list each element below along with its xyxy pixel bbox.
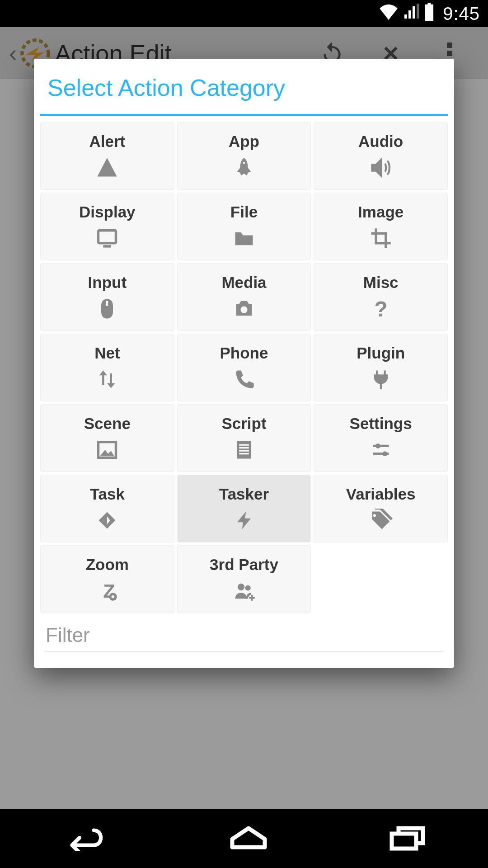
category-display[interactable]: Display [40, 193, 174, 260]
category-scene[interactable]: Scene [40, 404, 174, 472]
category-input[interactable]: Input [40, 263, 174, 331]
category-variables[interactable]: Variables [314, 475, 448, 542]
category-phone[interactable]: Phone [177, 334, 311, 401]
category-zoom[interactable]: Zoom [40, 545, 174, 613]
bolt-icon [232, 509, 256, 532]
category-label: Variables [346, 485, 416, 503]
nav-recent-icon[interactable] [388, 824, 428, 853]
category-net[interactable]: Net [40, 334, 174, 401]
category-label: Phone [220, 344, 268, 362]
group-icon [232, 579, 256, 603]
category-label: Audio [358, 132, 403, 151]
category-grid: AlertAppAudioDisplayFileImageInputMediaM… [34, 116, 454, 619]
category-file[interactable]: File [177, 193, 311, 260]
category-audio[interactable]: Audio [314, 122, 448, 190]
question-icon [369, 297, 393, 321]
picture-icon [95, 438, 119, 462]
category-label: Alert [89, 132, 125, 151]
dialog-title: Select Action Category [34, 59, 454, 114]
category-settings[interactable]: Settings [314, 404, 448, 472]
category-alert[interactable]: Alert [40, 122, 174, 190]
diamond-icon [95, 509, 119, 532]
filter-input[interactable] [45, 622, 443, 651]
system-nav-bar [0, 809, 488, 868]
category-label: Net [94, 344, 120, 362]
crop-icon [369, 226, 393, 250]
monitor-icon [95, 226, 119, 250]
category-label: Image [358, 203, 404, 221]
category-script[interactable]: Script [177, 404, 311, 472]
category-label: 3rd Party [210, 556, 278, 574]
category-label: Zoom [86, 556, 129, 574]
plug-icon [369, 368, 393, 391]
camera-icon [232, 297, 256, 321]
category-label: Scene [84, 415, 131, 433]
category-misc[interactable]: Misc [314, 263, 448, 331]
category-label: App [229, 132, 259, 151]
wifi-icon [379, 4, 399, 24]
battery-icon [424, 3, 435, 25]
category-label: Display [79, 203, 136, 221]
signal-icon [403, 4, 419, 24]
select-action-category-dialog: Select Action Category AlertAppAudioDisp… [34, 59, 454, 668]
category-media[interactable]: Media [177, 263, 311, 331]
tag-icon [369, 509, 393, 532]
category-tasker[interactable]: Tasker [177, 475, 311, 542]
phone-icon [232, 368, 256, 391]
folder-icon [232, 226, 256, 250]
updown-icon [95, 368, 119, 391]
rocket-icon [232, 156, 256, 179]
nav-home-icon[interactable] [228, 824, 269, 853]
category-3rd-party[interactable]: 3rd Party [177, 545, 311, 613]
status-clock: 9:45 [443, 4, 480, 24]
speaker-icon [369, 156, 393, 179]
category-task[interactable]: Task [40, 475, 174, 542]
category-plugin[interactable]: Plugin [314, 334, 448, 401]
category-image[interactable]: Image [314, 193, 448, 260]
category-label: Script [221, 415, 266, 433]
nav-back-icon[interactable] [60, 824, 109, 853]
sliders-icon [369, 438, 393, 462]
category-app[interactable]: App [177, 122, 311, 190]
alert-icon [95, 156, 119, 179]
category-label: Misc [363, 274, 399, 292]
status-bar: 9:45 [0, 0, 488, 27]
mouse-icon [95, 297, 119, 321]
category-label: File [230, 203, 258, 221]
category-label: Plugin [357, 344, 405, 362]
category-label: Task [90, 485, 125, 503]
zoom-icon [95, 579, 119, 603]
category-label: Input [88, 274, 127, 292]
category-label: Media [221, 274, 266, 292]
svg-rect-4 [392, 834, 416, 849]
category-label: Settings [350, 415, 412, 433]
document-icon [232, 438, 256, 462]
category-label: Tasker [219, 485, 269, 503]
